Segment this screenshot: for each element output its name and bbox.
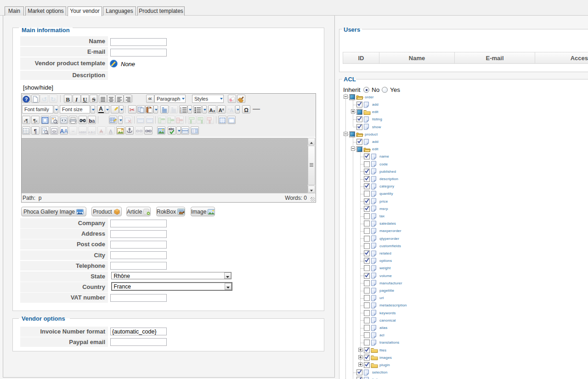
svg-text:3: 3 [180, 111, 181, 113]
svg-text:abc: abc [169, 127, 174, 130]
svg-text:?: ? [24, 96, 28, 102]
